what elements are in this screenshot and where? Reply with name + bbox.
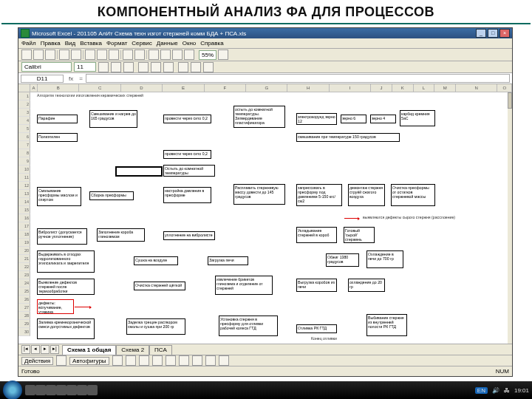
menu-help[interactable]: Справка <box>200 40 223 47</box>
row-headers[interactable]: 1234 5678 9101112 13141516 17181920 2122… <box>18 92 30 336</box>
cell-dry: Сушка на воздухе <box>134 256 178 265</box>
underline-icon[interactable] <box>123 62 134 72</box>
horizontal-scrollbar[interactable] <box>216 28 512 37</box>
wordart-icon[interactable] <box>179 355 189 366</box>
italic-icon[interactable] <box>111 62 121 72</box>
cell-inspect: Выявление дефектов стержней после термоо… <box>37 279 95 295</box>
task-item[interactable] <box>46 385 56 395</box>
select-icon[interactable] <box>56 355 66 366</box>
menu-edit[interactable]: Правка <box>41 40 61 47</box>
copy-icon[interactable] <box>97 50 107 60</box>
sum-icon[interactable] <box>149 50 159 60</box>
cell-unload: Выгрузка коробов из печи <box>296 279 337 292</box>
align-center-icon[interactable] <box>151 62 161 72</box>
sheet-tab-active[interactable]: Схема 1 общая <box>62 345 116 355</box>
sheet-tabs: |◂ ◂ ▸ ▸| Схема 1 общая Схема 2 ПСА <box>18 344 512 355</box>
font-color-icon[interactable] <box>203 62 214 72</box>
preview-icon[interactable] <box>71 50 81 60</box>
task-item[interactable] <box>56 385 66 395</box>
fill-color-icon[interactable] <box>191 62 201 72</box>
cell-install: Установка стержня в пресформу для отливк… <box>219 316 278 336</box>
fill-icon[interactable] <box>192 355 202 366</box>
shadow-icon[interactable] <box>219 355 229 366</box>
borders-icon[interactable] <box>178 62 188 72</box>
divider <box>1 23 531 24</box>
menu-tools[interactable]: Сервис <box>132 40 151 47</box>
line-color-icon[interactable] <box>205 355 216 366</box>
align-right-icon[interactable] <box>163 62 174 72</box>
menu-view[interactable]: Вид <box>65 40 75 47</box>
language-indicator[interactable]: EN <box>475 387 488 394</box>
line-icon[interactable] <box>112 355 123 366</box>
save-icon[interactable] <box>45 50 55 60</box>
textbox-icon[interactable] <box>166 355 176 366</box>
tab-prev-icon[interactable]: ◂ <box>31 345 40 354</box>
help-icon[interactable] <box>218 50 228 60</box>
tray-network-icon[interactable]: 🖧 <box>504 387 510 394</box>
cell-compact: уплотнение на вибролисте <box>163 231 215 240</box>
system-tray[interactable]: EN 🔊 🖧 19:01 <box>475 387 529 394</box>
tray-speaker-icon[interactable]: 🔊 <box>492 387 499 394</box>
cell-patch: Заделка трещин раствором смолы и сушка п… <box>126 318 185 335</box>
clock[interactable]: 19:01 <box>514 387 529 394</box>
slide-title: КОМПОНЕНТНЫЙ АНАЛИЗ ФА ДЛЯ ПРОЦЕССОВ <box>0 4 532 20</box>
oval-icon[interactable] <box>152 355 163 366</box>
cell-melt: Расплавить стержневую массу довести до 1… <box>233 184 285 205</box>
cut-icon[interactable] <box>85 50 95 60</box>
sort-asc-icon[interactable] <box>160 50 171 60</box>
windows-taskbar[interactable]: EN 🔊 🖧 19:01 <box>0 381 532 399</box>
format-toolbar: Calibri 11 <box>18 61 512 73</box>
task-item[interactable] <box>25 385 35 395</box>
sheet-tab-3[interactable]: ПСА <box>149 345 172 355</box>
cell-lubricate: Смазывание пресформы маслом и спиртом <box>37 187 81 206</box>
cell-cool2: Остыть до комнатной температуры <box>163 165 215 177</box>
cell-sieve2: провести через сито 0,2 <box>163 150 211 159</box>
print-icon[interactable] <box>59 50 69 60</box>
paste-icon[interactable] <box>109 50 119 60</box>
active-cell-d11[interactable] <box>115 166 163 177</box>
task-item[interactable] <box>66 385 77 395</box>
tab-next-icon[interactable]: ▸ <box>41 345 50 354</box>
actions-dropdown[interactable]: Действия <box>21 357 53 365</box>
menu-file[interactable]: Файл <box>21 40 36 47</box>
sort-desc-icon[interactable] <box>172 50 183 60</box>
tab-first-icon[interactable]: |◂ <box>21 345 30 354</box>
font-name-dropdown[interactable]: Calibri <box>21 62 72 72</box>
tab-last-icon[interactable]: ▸| <box>50 345 59 354</box>
menu-insert[interactable]: Вставка <box>80 40 102 47</box>
zoom-dropdown[interactable]: 55% <box>199 50 216 60</box>
fx-icon[interactable]: fx <box>66 75 76 82</box>
start-button[interactable] <box>3 381 22 399</box>
formula-input[interactable] <box>86 74 510 83</box>
task-item[interactable] <box>77 385 87 395</box>
cell-cast: Отливка РК ГТД <box>296 324 337 333</box>
menu-format[interactable]: Формат <box>106 40 127 47</box>
note-end: Конец отливки <box>311 336 337 341</box>
sheet-tab-2[interactable]: Схема 2 <box>116 345 149 355</box>
column-headers[interactable]: ABC DEF GHI JKL MNO <box>18 84 512 92</box>
autoshapes-dropdown[interactable]: Автофигуры <box>69 357 109 365</box>
arrow-draw-icon[interactable] <box>126 355 136 366</box>
vertical-scrollbar[interactable] <box>508 92 512 344</box>
cell-polyethylene: Полиэтилен <box>37 133 78 142</box>
open-icon[interactable] <box>33 50 44 60</box>
redo-icon[interactable] <box>134 50 145 60</box>
cell-pressure: настройка давления в пресформе <box>163 187 211 203</box>
task-item[interactable] <box>87 385 98 395</box>
bold-icon[interactable] <box>98 62 109 72</box>
rectangle-icon[interactable] <box>139 355 149 366</box>
cell-sieve1: провести через сито 0,2 <box>163 115 211 123</box>
task-item[interactable] <box>35 385 46 395</box>
new-icon[interactable] <box>21 50 32 60</box>
cell-sic: карбид кремния 5аС <box>400 110 435 126</box>
note-defects: выявляются дефекты сырого стержня (рассл… <box>363 215 455 219</box>
font-size-dropdown[interactable]: 11 <box>74 62 96 72</box>
chart-icon[interactable] <box>184 50 194 60</box>
grid-area[interactable]: 1234 5678 9101112 13141516 17181920 2122… <box>18 92 512 344</box>
name-box[interactable]: D11 <box>21 75 64 83</box>
align-left-icon[interactable] <box>138 62 149 72</box>
menu-data[interactable]: Данные <box>157 40 178 47</box>
menu-window[interactable]: Окно <box>183 40 197 47</box>
cell-green: Готовый 'сырой' стержень <box>344 227 375 243</box>
undo-icon[interactable] <box>123 50 133 60</box>
